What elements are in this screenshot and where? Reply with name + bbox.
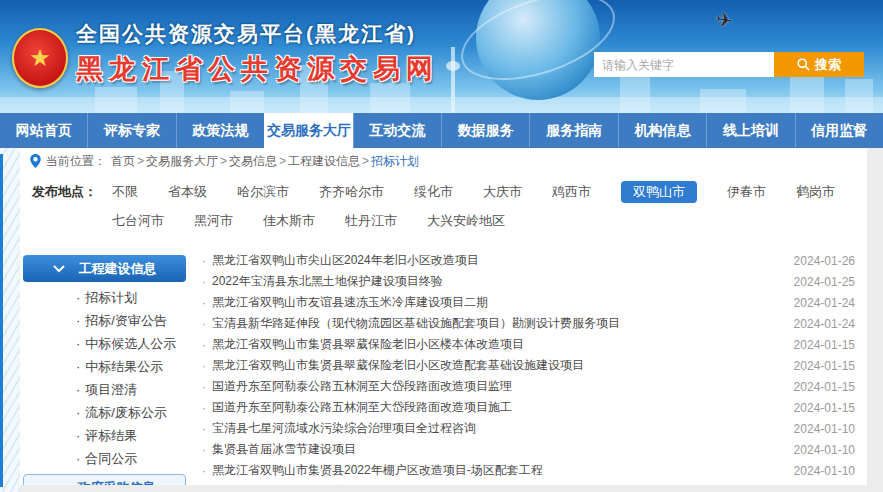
list-item-title[interactable]: 2024年友谊县财政补助高标准农田建设项目（新建）施工: [212, 483, 782, 485]
bullet-icon: ·: [76, 359, 80, 374]
sidebar-section-title: 工程建设信息: [79, 260, 157, 278]
sidebar-section-government-procurement[interactable]: > 政府采购信息: [23, 474, 186, 485]
filter-row-1: 不限省本级哈尔滨市齐齐哈尔市绥化市大庆市鸡西市双鸭山市伊春市鹤岗市: [112, 181, 867, 203]
nav-item[interactable]: 机构信息: [618, 113, 706, 148]
list-item-title[interactable]: 2022年宝清县东北黑土地保护建设项目终验: [212, 273, 782, 290]
bullet-icon: ·: [202, 464, 206, 478]
filter-option[interactable]: 七台河市: [112, 210, 164, 232]
filter-option[interactable]: 省本级: [168, 181, 207, 203]
bullet-icon: ·: [76, 405, 80, 420]
left-margin-texture: [0, 148, 20, 492]
site-titles: 全国公共资源交易平台(黑龙江省) 黑龙江省公共资源交易网: [76, 20, 439, 87]
list-item: ·宝清县七星河流域水污染综合治理项目全过程咨询2024-01-10: [200, 418, 855, 439]
sidebar-item-label: 流标/废标公示: [85, 405, 167, 420]
nav-item[interactable]: 线上培训: [706, 113, 794, 148]
bullet-icon: ·: [76, 451, 80, 466]
filter-option[interactable]: 牡丹江市: [345, 210, 397, 232]
breadcrumb-separator: >: [220, 154, 227, 168]
bullet-icon: ·: [202, 254, 206, 268]
filter-row-2: 七台河市黑河市佳木斯市牡丹江市大兴安岭地区: [112, 210, 867, 232]
nav-item[interactable]: 政策法规: [176, 113, 264, 148]
sidebar-section-construction[interactable]: 工程建设信息: [23, 255, 186, 282]
sidebar-item[interactable]: ·中标候选人公示: [76, 336, 196, 351]
sidebar-item-label: 招标/资审公告: [85, 313, 167, 328]
list-item-date: 2024-01-09: [794, 485, 855, 486]
site-title-line1: 全国公共资源交易平台(黑龙江省): [76, 20, 439, 48]
filter-option[interactable]: 黑河市: [194, 210, 233, 232]
sidebar-item[interactable]: ·项目澄清: [76, 382, 196, 397]
list-item-title[interactable]: 黑龙江省双鸭山市集贤县翠葳保险老旧小区改造配套基础设施建设项目: [212, 357, 782, 374]
filter-option[interactable]: 大庆市: [483, 181, 522, 203]
bullet-icon: ·: [202, 359, 206, 373]
nav-item[interactable]: 评标专家: [87, 113, 175, 148]
search-input[interactable]: [594, 52, 774, 77]
chevron-down-icon: [53, 265, 65, 273]
list-item-date: 2024-01-24: [794, 296, 855, 310]
breadcrumb: 当前位置： 首页>交易服务大厅>交易信息>工程建设信息>招标计划: [20, 148, 867, 174]
list-item: ·黑龙江省双鸭山市集贤县翠葳保险老旧小区楼本体改造项目2024-01-15: [200, 334, 855, 355]
list-item-title[interactable]: 国道丹东至阿勒泰公路五林洞至大岱段路面改造项目施工: [212, 399, 782, 416]
search-button[interactable]: 搜索: [774, 52, 864, 77]
sidebar-item[interactable]: ·招标/资审公告: [76, 313, 196, 328]
airplane-icon: ✈: [714, 7, 735, 34]
breadcrumb-item[interactable]: 交易服务大厅: [146, 154, 218, 168]
list-item-title[interactable]: 国道丹东至阿勒泰公路五林洞至大岱段路面改造项目监理: [212, 378, 782, 395]
breadcrumb-item[interactable]: 交易信息: [229, 154, 277, 168]
list-item: ·黑龙江省双鸭山市尖山区2024年老旧小区改造项目2024-01-26: [200, 250, 855, 271]
sidebar-item-label: 招标计划: [85, 290, 137, 305]
search-button-label: 搜索: [815, 56, 841, 74]
filter-label: 发布地点：: [32, 181, 112, 239]
nav-item[interactable]: 信用监督: [795, 113, 883, 148]
filter-option[interactable]: 佳木斯市: [263, 210, 315, 232]
sidebar-item-label: 项目澄清: [85, 382, 137, 397]
breadcrumb-item[interactable]: 招标计划: [371, 154, 419, 168]
list-item-title[interactable]: 黑龙江省双鸭山市尖山区2024年老旧小区改造项目: [212, 252, 782, 269]
list-item-title[interactable]: 宝清县七星河流域水污染综合治理项目全过程咨询: [212, 420, 782, 437]
nav-item[interactable]: 服务指南: [529, 113, 617, 148]
sidebar-item[interactable]: ·合同公示: [76, 451, 196, 466]
nav-item[interactable]: 数据服务: [441, 113, 529, 148]
list-item-title[interactable]: 宝清县新华路延伸段（现代物流园区基础设施配套项目）勘测设计费服务项目: [212, 315, 782, 332]
list-item: ·集贤县首届冰雪节建设项目2024-01-10: [200, 439, 855, 460]
filter-option[interactable]: 不限: [112, 181, 138, 203]
main-nav: 网站首页评标专家政策法规交易服务大厅互动交流数据服务服务指南机构信息线上培训信用…: [0, 113, 883, 148]
breadcrumb-item[interactable]: 工程建设信息: [288, 154, 360, 168]
left-blue-stripe: [0, 154, 3, 487]
filter-option[interactable]: 双鸭山市: [621, 181, 697, 203]
list-item-date: 2024-01-10: [794, 422, 855, 436]
sidebar-item[interactable]: ·流标/废标公示: [76, 405, 196, 420]
list-item-title[interactable]: 集贤县首届冰雪节建设项目: [212, 441, 782, 458]
sidebar-item[interactable]: ·中标结果公示: [76, 359, 196, 374]
sidebar-item-list: ·招标计划·招标/资审公告·中标候选人公示·中标结果公示·项目澄清·流标/废标公…: [20, 290, 196, 466]
sidebar-item[interactable]: ·评标结果: [76, 428, 196, 443]
sidebar-item[interactable]: ·招标计划: [76, 290, 196, 305]
announcement-list: ·黑龙江省双鸭山市尖山区2024年老旧小区改造项目2024-01-26·2022…: [196, 247, 867, 485]
sidebar-item-label: 中标候选人公示: [85, 336, 176, 351]
filter-option[interactable]: 哈尔滨市: [237, 181, 289, 203]
bullet-icon: ·: [202, 485, 206, 486]
emblem-star-icon: ★: [29, 46, 51, 70]
filter-option[interactable]: 鹤岗市: [796, 181, 835, 203]
list-item-date: 2024-01-15: [794, 380, 855, 394]
nav-item[interactable]: 交易服务大厅: [264, 113, 352, 148]
breadcrumb-item[interactable]: 首页: [111, 154, 135, 168]
list-item-title[interactable]: 黑龙江省双鸭山市集贤县2022年棚户区改造项目-场区配套工程: [212, 462, 782, 479]
nav-item[interactable]: 网站首页: [0, 113, 87, 148]
filter-option[interactable]: 齐齐哈尔市: [319, 181, 384, 203]
body-area: 当前位置： 首页>交易服务大厅>交易信息>工程建设信息>招标计划 发布地点： 不…: [0, 148, 883, 492]
list-item-title[interactable]: 黑龙江省双鸭山市友谊县速冻玉米冷库建设项目二期: [212, 294, 782, 311]
filter-option[interactable]: 绥化市: [414, 181, 453, 203]
filter-option[interactable]: 伊春市: [727, 181, 766, 203]
site-title-line2: 黑龙江省公共资源交易网: [76, 51, 439, 87]
bullet-icon: ·: [76, 428, 80, 443]
filter-option[interactable]: 大兴安岭地区: [427, 210, 505, 232]
globe-graphic: [476, 0, 600, 100]
bullet-icon: ·: [76, 382, 80, 397]
list-item-title[interactable]: 黑龙江省双鸭山市集贤县翠葳保险老旧小区楼本体改造项目: [212, 336, 782, 353]
list-item-date: 2024-01-10: [794, 464, 855, 478]
page: ✈ ★ 全国公共资源交易平台(黑龙江省) 黑龙江省公共资源交易网 搜索 网站首页…: [0, 0, 883, 492]
filter-option[interactable]: 鸡西市: [552, 181, 591, 203]
nav-item[interactable]: 互动交流: [353, 113, 441, 148]
list-item-date: 2024-01-15: [794, 338, 855, 352]
list-item: ·国道丹东至阿勒泰公路五林洞至大岱段路面改造项目施工2024-01-15: [200, 397, 855, 418]
